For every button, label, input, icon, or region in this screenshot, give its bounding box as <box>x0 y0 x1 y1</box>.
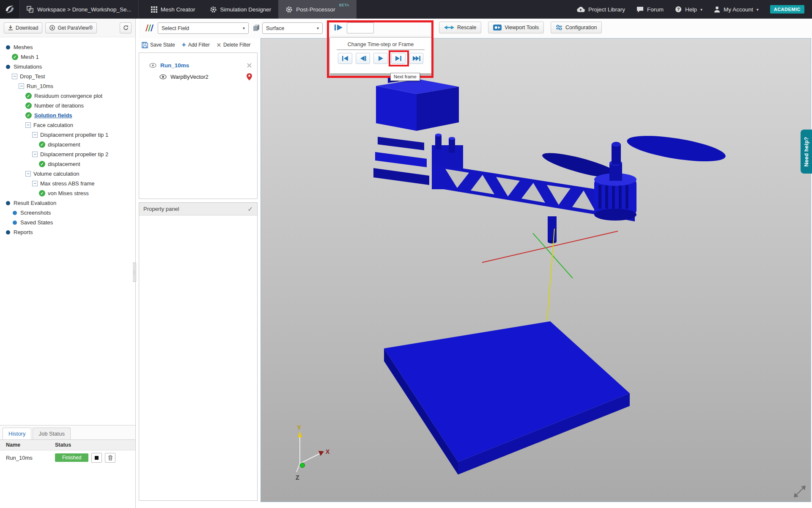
caret-down-icon: ▾ <box>700 7 702 12</box>
pipeline-item-run-10ms[interactable]: Run_10ms <box>139 60 257 71</box>
need-help-tab[interactable]: Need help? <box>801 130 812 174</box>
project-library-link[interactable]: Project Library <box>576 6 625 13</box>
svg-text:?: ? <box>677 7 680 12</box>
play-step-icon <box>334 24 343 31</box>
tree-item-displacement-2[interactable]: ✓displacement <box>5 159 135 169</box>
configuration-icon <box>556 25 562 30</box>
tree-item-label: Simulations <box>14 64 42 70</box>
collapse-icon[interactable]: − <box>12 74 17 79</box>
tab-job-status[interactable]: Job Status <box>33 428 70 439</box>
tree-item-volume-calculation[interactable]: −Volume calculation <box>5 169 135 179</box>
colormap-button[interactable] <box>145 24 154 33</box>
tree-item-displacement-1[interactable]: ✓displacement <box>5 140 135 149</box>
tab-mesh-creator[interactable]: Mesh Creator <box>144 0 203 19</box>
animate-button[interactable] <box>334 24 343 32</box>
collapse-icon[interactable]: − <box>25 122 31 128</box>
eye-icon[interactable] <box>159 74 167 80</box>
academic-plan-badge: ACADEMIC <box>770 5 804 14</box>
simscale-logo[interactable] <box>0 0 19 19</box>
download-button[interactable]: Download <box>4 22 42 33</box>
collapse-icon[interactable]: − <box>32 181 38 186</box>
account-icon <box>714 6 720 13</box>
field-select[interactable]: Select Field ▾ <box>158 22 249 34</box>
tree-item-drop-test[interactable]: −Drop_Test <box>5 72 135 81</box>
delete-x-icon: ✕ <box>217 42 221 48</box>
workspace-icon <box>27 6 33 13</box>
pin-icon[interactable] <box>247 73 252 80</box>
tree-item-mesh-1[interactable]: ✓Mesh 1 <box>5 52 135 62</box>
my-account-menu[interactable]: My Account ▾ <box>714 6 759 13</box>
representation-select[interactable]: Surface ▾ <box>262 22 323 34</box>
tree-item-reports[interactable]: Reports <box>5 227 135 237</box>
tree-item-displacement-propeller-tip-2[interactable]: −Displacement propeller tip 2 <box>5 149 135 159</box>
history-table-row: Run_10ms Finished <box>0 450 135 465</box>
top-navigation: Workspace > Drone_Workshop_Se... Mesh Cr… <box>0 0 812 19</box>
tree-item-saved-states[interactable]: Saved States <box>5 218 135 227</box>
first-frame-button[interactable] <box>338 53 352 64</box>
frame-number-input[interactable] <box>347 22 374 33</box>
previous-frame-button[interactable] <box>356 53 370 64</box>
playback-controls <box>330 53 431 64</box>
trash-icon <box>108 455 113 461</box>
tab-simulation-designer[interactable]: Simulation Designer <box>203 0 279 19</box>
chevron-down-icon: ▾ <box>313 26 319 30</box>
tree-item-displacement-propeller-tip-1[interactable]: −Displacement propeller tip 1 <box>5 130 135 140</box>
column-status: Status <box>55 442 71 448</box>
dot-icon <box>13 221 17 225</box>
sidebar-collapse-handle[interactable]: ⋮ <box>133 262 136 282</box>
add-filter-button[interactable]: + Add Filter <box>182 42 210 48</box>
configuration-button[interactable]: Configuration <box>551 22 602 33</box>
tree-item-label: Run_10ms <box>27 83 53 89</box>
stop-button[interactable] <box>91 453 102 463</box>
tree-item-label: Residuum convergence plot <box>34 93 102 99</box>
collapse-icon[interactable]: − <box>19 83 24 89</box>
tree-item-simulations[interactable]: Simulations <box>5 62 135 72</box>
viewport-resize-icon[interactable] <box>794 486 806 497</box>
collapse-icon[interactable]: − <box>32 152 38 157</box>
tree-item-number-of-iterations[interactable]: ✓Number of iterations <box>5 101 135 110</box>
tree-item-residuum-convergence-plot[interactable]: ✓Residuum convergence plot <box>5 91 135 101</box>
tree-item-solution-fields[interactable]: ✓Solution fields <box>5 110 135 120</box>
last-frame-button[interactable] <box>409 53 423 64</box>
link-label: Forum <box>647 6 664 13</box>
apply-check-icon[interactable]: ✓ <box>247 205 253 213</box>
tree-item-meshes[interactable]: Meshes <box>5 42 135 52</box>
collapse-icon[interactable]: − <box>32 132 38 138</box>
tree-item-face-calculation[interactable]: −Face calculation <box>5 120 135 130</box>
delete-run-button[interactable] <box>105 453 115 463</box>
viewport-tools-button[interactable]: Viewport Tools <box>488 22 544 33</box>
drone-model <box>373 76 727 243</box>
pipeline-item-warpbyvector2[interactable]: WarpByVector2 <box>139 71 257 83</box>
eye-icon[interactable] <box>149 63 156 68</box>
rescale-button[interactable]: Rescale <box>439 22 481 33</box>
help-menu[interactable]: ? Help ▾ <box>675 6 702 13</box>
tree-item-von-mises-stress[interactable]: ✓von Mises stress <box>5 188 135 198</box>
next-frame-icon <box>395 56 402 61</box>
tree-item-max-stress-abs-frame[interactable]: −Max stress ABS frame <box>5 179 135 188</box>
tree-item-screenshots[interactable]: Screenshots <box>5 208 135 218</box>
collapse-icon[interactable]: − <box>25 171 31 177</box>
viewport-3d[interactable]: Y X Z <box>261 38 811 502</box>
help-icon: ? <box>675 6 682 13</box>
next-frame-button[interactable] <box>391 53 406 64</box>
check-icon: ✓ <box>25 102 32 109</box>
forum-link[interactable]: Forum <box>636 6 664 13</box>
history-tabs: History Job Status <box>0 425 135 440</box>
tree-item-run-10ms[interactable]: −Run_10ms <box>5 81 135 91</box>
delete-filter-button[interactable]: ✕ Delete Filter <box>217 42 251 48</box>
tree-item-result-evaluation[interactable]: Result Evaluation <box>5 198 135 208</box>
get-paraview-button[interactable]: Get ParaView® <box>45 22 97 33</box>
filter-actions: Save State + Add Filter ✕ Delete Filter <box>139 38 258 52</box>
tab-history[interactable]: History <box>3 428 31 439</box>
first-frame-icon <box>342 56 348 61</box>
unlink-icon[interactable] <box>247 63 252 68</box>
button-label: Rescale <box>457 25 476 30</box>
play-button[interactable] <box>373 53 388 64</box>
triad-x-label: X <box>326 448 330 455</box>
workspace-breadcrumb[interactable]: Workspace > Drone_Workshop_Se... <box>19 0 139 19</box>
save-state-button[interactable]: Save State <box>142 42 175 48</box>
orientation-triad: Y X Z <box>296 424 330 481</box>
next-frame-tooltip: Next frame <box>390 73 420 81</box>
refresh-button[interactable] <box>120 22 132 33</box>
tab-post-processor[interactable]: Post-Processor BETA <box>278 0 356 19</box>
